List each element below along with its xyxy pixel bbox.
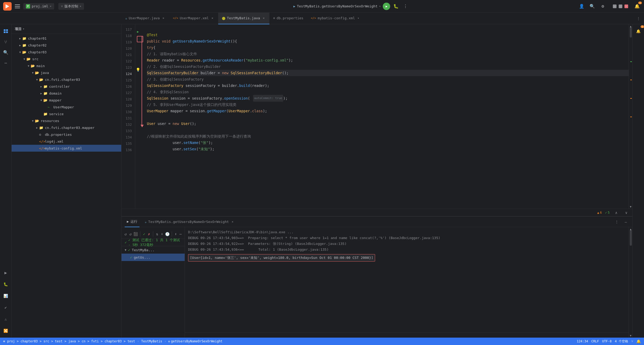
sidebar-icon-project[interactable] — [1, 26, 11, 36]
stop-button[interactable]: ⬛ — [133, 231, 138, 237]
rerun-button[interactable]: ↺ — [124, 231, 127, 237]
settings-icon-btn[interactable]: ⚙ — [599, 3, 606, 10]
tree-item-cn-fvti[interactable]: ▼ 📂 cn.fvti.chapter03 — [12, 76, 121, 83]
tree-item-label: controller — [49, 85, 70, 88]
sidebar-icon-commit[interactable]: ⑂ — [1, 37, 11, 46]
tree-item-main[interactable]: ▼ 📂 main — [12, 62, 121, 69]
tree-item-java[interactable]: ▼ 📂 java — [12, 69, 121, 76]
test-item-testmybatis[interactable]: ▼ ✓ TestMyBa... — [122, 246, 185, 254]
sidebar-icon-todo[interactable]: ✔ — [1, 303, 11, 312]
sidebar-icon-search[interactable]: 🔍 — [1, 48, 11, 57]
export-button[interactable]: ⬆ — [174, 231, 178, 237]
scroll-up-icon[interactable]: ▲ — [630, 25, 631, 28]
sidebar-icon-more[interactable]: ⋯ — [1, 58, 11, 68]
method-icon: ⚙ — [168, 340, 170, 343]
project-name-btn[interactable]: P proj.iml ▾ — [23, 3, 54, 10]
tab-usermapper-java[interactable]: ☕ UserMapper.java ✕ — [122, 13, 169, 24]
java-icon: ☕ — [125, 16, 127, 20]
more-options-button[interactable]: ⋯ — [179, 231, 183, 237]
code-editor[interactable]: @Test public void getUsersByNameOrSexOrW… — [145, 24, 629, 209]
file-tree-content[interactable]: ▶ 📁 chapter01 ▶ 📁 chapter02 ▼ 📂 chapter0… — [12, 34, 121, 338]
tree-item-chapter01[interactable]: ▶ 📁 chapter01 — [12, 35, 121, 42]
tab-db-properties[interactable]: ⚙ db.properties — [269, 13, 307, 24]
sidebar-icon-git[interactable]: 🔀 — [1, 326, 11, 335]
tree-item-usermapper[interactable]: ~ UserMapper — [12, 104, 121, 110]
code-line: UserMapper mapper = session.getMapper(Us… — [147, 108, 629, 114]
console-line: DEBUG 09-26 17:43:54,922==> Parameters: … — [188, 241, 626, 247]
expand-down-button[interactable]: ∨ — [623, 209, 630, 216]
status-notifications-icon[interactable]: 🔔 — [636, 339, 641, 343]
tree-item-db-properties[interactable]: ⚙ db.properties — [12, 131, 121, 138]
bulb-icon[interactable]: 💡 — [136, 68, 140, 72]
console-scrollbar[interactable]: ▲ ▼ — [629, 227, 632, 338]
status-encoding[interactable]: UTF-8 — [602, 339, 612, 343]
search-icon-btn[interactable]: 🔍 — [589, 3, 596, 10]
scroll-down-icon[interactable]: ▼ — [630, 205, 631, 208]
filter-button[interactable]: ⬇ — [160, 231, 164, 237]
tree-item-log4j[interactable]: </> log4j.xml — [12, 138, 121, 145]
tree-item-chapter02[interactable]: ▶ 📁 chapter02 — [12, 42, 121, 49]
hamburger-button[interactable] — [14, 3, 21, 10]
rerun-failed-button[interactable]: ↺ — [128, 231, 132, 237]
folder-icon: 📁 — [43, 112, 48, 116]
tree-item-domain[interactable]: ▶ 📁 domain — [12, 90, 121, 97]
close-button[interactable]: ✕ — [624, 4, 628, 8]
debug-button[interactable]: 🐛 — [392, 3, 400, 10]
console-panel: D:\Software\BellSoft\LibericaJDK-8\bin\j… — [185, 227, 629, 338]
tree-item-chapter03[interactable]: ▼ 📂 chapter03 — [12, 49, 121, 55]
sidebar-icon-problems[interactable]: ⚠ — [1, 314, 11, 324]
sidebar-icon-run[interactable]: ▶ — [1, 268, 11, 277]
profile-icon-btn[interactable]: 👤 — [578, 3, 585, 10]
vcs-btn[interactable]: ⑂ 版本控制 ▾ — [58, 3, 84, 10]
left-sidebar-icons: ⑂ 🔍 ⋯ ▶ 🐛 📊 ✔ ⚠ 🔀 — [0, 24, 12, 338]
tab-usermapper-xml[interactable]: </> UserMapper.xml ✕ — [169, 13, 218, 24]
sort-button[interactable]: ⇅ — [155, 231, 159, 237]
status-line-ending[interactable]: CRLF — [591, 339, 599, 343]
tab-testmybatis-java[interactable]: ⬤ TestMyBatis.java ✕ — [218, 13, 269, 24]
status-indent[interactable]: 4 个空格 — [615, 339, 628, 344]
tab-close-icon[interactable]: ✕ — [230, 220, 235, 224]
tabs-more-button[interactable]: ⋮ — [635, 15, 642, 22]
maximize-button[interactable]: □ — [619, 4, 622, 8]
right-notifications-btn[interactable]: 🔔 1 — [634, 26, 643, 36]
panel-tab-run[interactable]: ▶ 运行 — [125, 217, 139, 227]
tree-item-mybatis-config[interactable]: </> mybatis-config.xml — [12, 145, 121, 152]
toolbar-separator — [153, 231, 153, 237]
show-failed-button[interactable]: ✗ — [147, 231, 151, 237]
tree-item-service[interactable]: 📁 service — [12, 110, 121, 117]
run-button[interactable]: ▶ — [383, 3, 390, 10]
panel-tab-config[interactable]: ☕ TestMyBatis.getUsersByNameOrSexOrWeigh… — [143, 217, 237, 227]
more-run-options-button[interactable]: ⋮ — [402, 3, 409, 10]
expand-up-button[interactable]: ∧ — [613, 209, 620, 216]
test-item-getusers[interactable]: ✓ getUs... — [122, 254, 185, 261]
xml-icon: </> — [39, 146, 44, 150]
panel-minimize-button[interactable]: — — [622, 218, 629, 225]
collapse-arrow-icon: ▼ — [22, 58, 26, 60]
tree-item-src[interactable]: ▼ 📂 src — [12, 55, 121, 62]
run-marker-icon[interactable]: ▶ — [136, 30, 140, 34]
tree-item-label: log4j.xml — [45, 139, 63, 143]
folder-icon: 📁 — [43, 91, 48, 95]
minimize-button[interactable]: — — [613, 4, 617, 8]
tab-mybatis-config-xml[interactable]: </> mybatis-config.xml ▾ — [307, 13, 363, 24]
status-path-label: proj > chapter03 > src > test > java > c… — [7, 339, 135, 343]
run-config-label: TestMyBatis.getUsersByNameOrSexOrWeight — [297, 4, 377, 8]
notifications-btn[interactable]: 🔔 1 — [633, 3, 641, 10]
tree-item-resources[interactable]: ▼ 📂 resources — [12, 117, 121, 124]
tree-item-cn-mapper[interactable]: ▶ 📁 cn.fvti.chapter03.mapper — [12, 124, 121, 131]
scroll-up-icon[interactable]: ▲ — [630, 228, 631, 231]
tree-item-controller[interactable]: ▶ 📁 controller — [12, 83, 121, 90]
scroll-down-icon[interactable]: ▼ — [630, 334, 631, 337]
test-icon: ⬤ — [222, 16, 225, 20]
tab-close-icon[interactable]: ✕ — [262, 16, 266, 20]
tab-close-icon[interactable]: ✕ — [161, 16, 166, 20]
tab-close-icon[interactable]: ✕ — [210, 16, 214, 20]
sidebar-icon-debug[interactable]: 🐛 — [1, 279, 11, 289]
clock-icon-btn[interactable]: 🕐 — [165, 231, 170, 237]
panel-more-button[interactable]: ⋮ — [613, 218, 620, 225]
sidebar-icon-profile[interactable]: 📊 — [1, 291, 11, 301]
tree-item-mapper[interactable]: ▼ 📂 mapper — [12, 97, 121, 104]
editor-scrollbar[interactable]: ▲ ▼ — [629, 24, 632, 209]
status-position[interactable]: 124:34 — [577, 339, 588, 343]
show-passed-button[interactable]: ✓ — [142, 231, 146, 237]
